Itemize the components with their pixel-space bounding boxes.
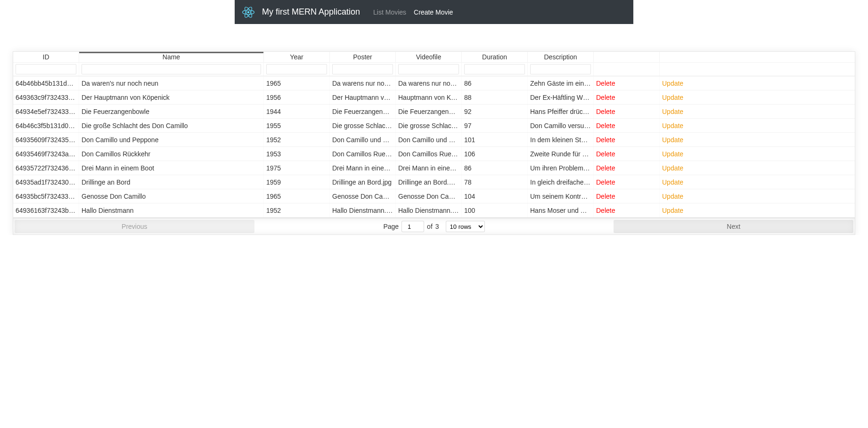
cell-id: 64935bc5f732433fad… <box>13 189 79 203</box>
column-header-year[interactable]: Year <box>264 52 330 62</box>
delete-link[interactable]: Delete <box>596 80 615 87</box>
previous-button[interactable]: Previous <box>15 220 254 233</box>
table-row: 64935bc5f732433fad…Genosse Don Camillo19… <box>13 189 855 203</box>
update-link[interactable]: Update <box>662 207 683 214</box>
update-link[interactable]: Update <box>662 122 683 129</box>
react-logo-icon <box>242 6 254 18</box>
column-header-name[interactable]: Name <box>79 52 264 62</box>
update-link[interactable]: Update <box>662 108 683 115</box>
cell-year: 1975 <box>264 161 330 175</box>
cell-videofile: Hauptmann von Koep… <box>396 90 462 105</box>
next-button[interactable]: Next <box>614 220 853 233</box>
update-link[interactable]: Update <box>662 94 683 101</box>
page-number-input[interactable] <box>401 221 424 232</box>
delete-link[interactable]: Delete <box>596 193 615 200</box>
cell-duration: 86 <box>462 76 528 90</box>
delete-link[interactable]: Delete <box>596 94 615 101</box>
table-row: 64935ad1f732430d39…Drillinge an Bord1959… <box>13 175 855 189</box>
cell-duration: 97 <box>462 119 528 133</box>
table-row: 64b46bb45b131d641…Da waren's nur noch ne… <box>13 76 855 90</box>
app-brand: My first MERN Application <box>262 7 360 17</box>
column-header-poster[interactable]: Poster <box>330 52 396 62</box>
cell-name: Die Feuerzangenbowle <box>79 105 264 119</box>
filter-input-videofile[interactable] <box>398 64 459 74</box>
cell-poster: Drillinge an Bord.jpg <box>330 175 396 189</box>
filter-input-description[interactable] <box>530 64 591 74</box>
update-link[interactable]: Update <box>662 136 683 144</box>
cell-year: 1955 <box>264 119 330 133</box>
table-row: 64935722f73243668f…Drei Mann in einem Bo… <box>13 161 855 175</box>
page-label: Page <box>383 223 399 230</box>
cell-year: 1952 <box>264 203 330 218</box>
column-header-duration[interactable]: Duration <box>462 52 528 62</box>
cell-videofile: Hallo Dienstmann.mp4 <box>396 203 462 218</box>
cell-name: Don Camillos Rückkehr <box>79 147 264 161</box>
cell-poster: Don Camillos Rueckk… <box>330 147 396 161</box>
cell-year: 1952 <box>264 133 330 147</box>
table-row: 649363c9f7324331df…Der Hauptmann von Köp… <box>13 90 855 105</box>
table-row: 64936163f73243b906…Hallo Dienstmann1952H… <box>13 203 855 218</box>
column-header-id[interactable]: ID <box>13 52 79 62</box>
cell-name: Da waren's nur noch neun <box>79 76 264 90</box>
delete-link[interactable]: Delete <box>596 136 615 144</box>
cell-year: 1953 <box>264 147 330 161</box>
delete-link[interactable]: Delete <box>596 150 615 158</box>
cell-videofile: Die grosse Schlacht d… <box>396 119 462 133</box>
cell-videofile: Don Camillos Rueckk… <box>396 147 462 161</box>
update-link[interactable]: Update <box>662 80 683 87</box>
delete-link[interactable]: Delete <box>596 122 615 129</box>
cell-poster: Der Hauptmann von … <box>330 90 396 105</box>
cell-description: In dem kleinen Städtc… <box>528 133 594 147</box>
cell-duration: 88 <box>462 90 528 105</box>
column-header-delete <box>594 52 660 62</box>
cell-id: 64934e5ef73243350f… <box>13 105 79 119</box>
delete-link[interactable]: Delete <box>596 108 615 115</box>
cell-poster: Die Feuerzangenbowl… <box>330 105 396 119</box>
cell-description: Um ihren Problemen … <box>528 161 594 175</box>
nav-link-list-movies[interactable]: List Movies <box>369 8 410 16</box>
table-row: 64935469f73243ad21…Don Camillos Rückkehr… <box>13 147 855 161</box>
cell-videofile: Da warens nur noch n… <box>396 76 462 90</box>
filter-input-poster[interactable] <box>332 64 393 74</box>
cell-name: Die große Schlacht des Don Camillo <box>79 119 264 133</box>
filter-input-id[interactable] <box>16 64 76 74</box>
update-link[interactable]: Update <box>662 164 683 172</box>
table-row: 64935609f73243528f…Don Camillo und Peppo… <box>13 133 855 147</box>
cell-name: Hallo Dienstmann <box>79 203 264 218</box>
total-pages: 3 <box>435 223 439 230</box>
cell-duration: 106 <box>462 147 528 161</box>
cell-name: Drillinge an Bord <box>79 175 264 189</box>
filter-input-year[interactable] <box>266 64 327 74</box>
cell-description: Hans Pfeiffer drückt w… <box>528 105 594 119</box>
table-row: 64934e5ef73243350f…Die Feuerzangenbowle1… <box>13 105 855 119</box>
table-row: 64b46c3f5b131d09fd…Die große Schlacht de… <box>13 119 855 133</box>
update-link[interactable]: Update <box>662 178 683 186</box>
update-link[interactable]: Update <box>662 193 683 200</box>
table-filter-row <box>13 63 855 76</box>
cell-duration: 78 <box>462 175 528 189</box>
delete-link[interactable]: Delete <box>596 164 615 172</box>
svg-point-0 <box>247 11 250 13</box>
cell-year: 1956 <box>264 90 330 105</box>
cell-description: Hans Moser und Paul… <box>528 203 594 218</box>
cell-videofile: Drillinge an Bord.mp4 <box>396 175 462 189</box>
update-link[interactable]: Update <box>662 150 683 158</box>
cell-duration: 86 <box>462 161 528 175</box>
rows-per-page-select[interactable]: 5 rows10 rows20 rows25 rows50 rows100 ro… <box>446 221 485 232</box>
filter-input-name[interactable] <box>82 64 261 74</box>
cell-videofile: Die Feuerzangenbowl… <box>396 105 462 119</box>
delete-link[interactable]: Delete <box>596 207 615 214</box>
cell-poster: Don Camillo und Pep… <box>330 133 396 147</box>
cell-year: 1944 <box>264 105 330 119</box>
cell-description: Zehn Gäste im einsa… <box>528 76 594 90</box>
column-header-description[interactable]: Description <box>528 52 594 62</box>
filter-input-duration[interactable] <box>464 64 525 74</box>
cell-name: Drei Mann in einem Boot <box>79 161 264 175</box>
column-header-videofile[interactable]: Videofile <box>396 52 462 62</box>
cell-duration: 92 <box>462 105 528 119</box>
cell-id: 64935469f73243ad21… <box>13 147 79 161</box>
nav-link-create-movie[interactable]: Create Movie <box>410 8 457 16</box>
delete-link[interactable]: Delete <box>596 178 615 186</box>
cell-id: 64935722f73243668f… <box>13 161 79 175</box>
movies-table: ID Name Year Poster Videofile Duration D… <box>13 51 855 235</box>
